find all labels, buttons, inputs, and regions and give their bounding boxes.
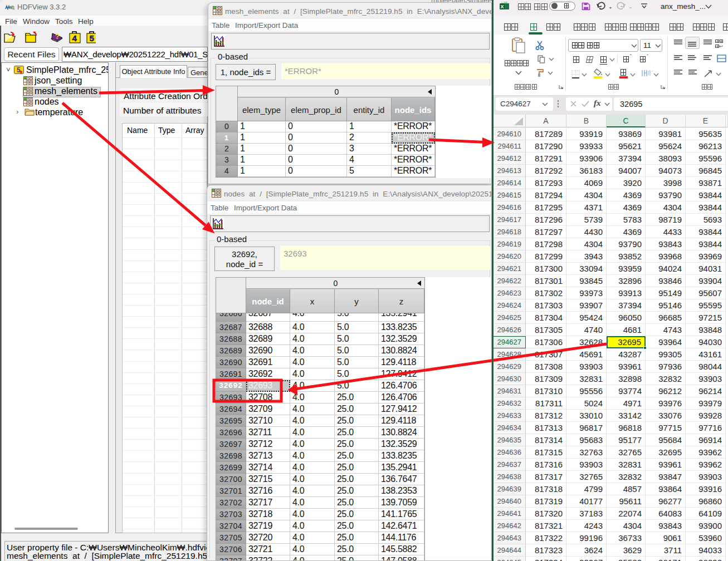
svg-text:X: X: [501, 4, 504, 9]
svg-text:4: 4: [72, 33, 77, 43]
svg-text:5: 5: [90, 33, 94, 43]
svg-text:5: 5: [17, 66, 21, 74]
svg-text:?: ?: [55, 33, 59, 41]
